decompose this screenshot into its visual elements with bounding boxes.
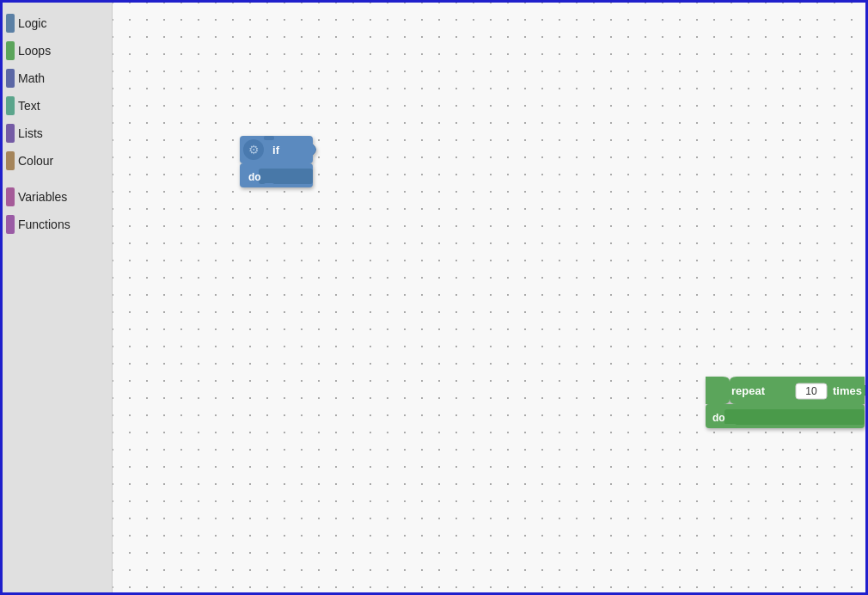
- sidebar-label-lists: Lists: [18, 126, 43, 140]
- app-container: Logic Loops Math Text Lists Colour Varia…: [0, 0, 868, 595]
- sidebar-label-math: Math: [18, 71, 45, 85]
- sidebar-item-math[interactable]: Math: [3, 64, 112, 92]
- sidebar-label-text: Text: [18, 99, 40, 113]
- svg-text:do: do: [248, 171, 261, 183]
- canvas-area[interactable]: ⚙ if do: [113, 3, 865, 592]
- text-color-dot: [6, 96, 15, 115]
- sidebar-item-text[interactable]: Text: [3, 92, 112, 120]
- if-block-graphic: ⚙ if do: [240, 136, 316, 187]
- sidebar-label-variables: Variables: [18, 190, 67, 204]
- svg-text:do: do: [712, 412, 725, 424]
- logic-color-dot: [6, 14, 15, 33]
- sidebar-item-lists[interactable]: Lists: [3, 120, 112, 147]
- variables-color-dot: [6, 187, 15, 206]
- colour-color-dot: [6, 151, 15, 170]
- math-color-dot: [6, 69, 15, 88]
- svg-rect-6: [259, 169, 313, 184]
- loops-color-dot: [6, 41, 15, 60]
- sidebar-item-loops[interactable]: Loops: [3, 37, 112, 64]
- lists-color-dot: [6, 124, 15, 143]
- svg-rect-4: [264, 136, 274, 140]
- sidebar-item-variables[interactable]: Variables: [3, 183, 112, 211]
- svg-rect-7: [264, 183, 274, 187]
- sidebar: Logic Loops Math Text Lists Colour Varia…: [3, 3, 113, 592]
- svg-rect-15: [723, 424, 737, 428]
- sidebar-item-logic[interactable]: Logic: [3, 9, 112, 37]
- if-block[interactable]: ⚙ if do: [240, 136, 317, 196]
- sidebar-label-logic: Logic: [18, 16, 46, 30]
- svg-text:if: if: [272, 144, 280, 156]
- sidebar-item-functions[interactable]: Functions: [3, 211, 112, 238]
- sidebar-item-colour[interactable]: Colour: [3, 147, 112, 175]
- svg-text:10: 10: [805, 385, 817, 397]
- svg-rect-14: [724, 409, 865, 425]
- sidebar-label-colour: Colour: [18, 154, 53, 168]
- functions-color-dot: [6, 215, 15, 234]
- sidebar-label-loops: Loops: [18, 44, 51, 58]
- repeat-block-graphic: repeat 10 times do: [706, 377, 865, 428]
- svg-text:times: times: [833, 384, 862, 397]
- repeat-block[interactable]: repeat 10 times do: [706, 377, 865, 437]
- svg-text:repeat: repeat: [731, 384, 766, 397]
- svg-text:⚙: ⚙: [248, 143, 260, 156]
- sidebar-label-functions: Functions: [18, 218, 70, 231]
